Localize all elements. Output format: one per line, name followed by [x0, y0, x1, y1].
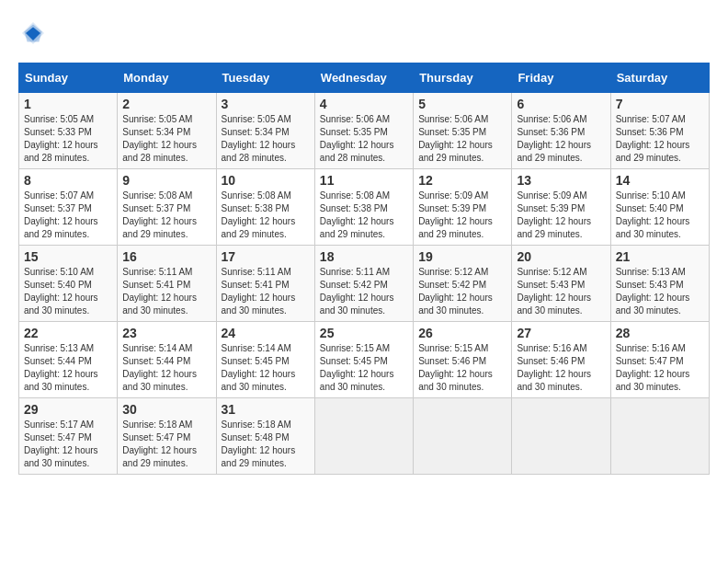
day-number: 9 — [122, 173, 210, 188]
calendar-cell: 27Sunrise: 5:16 AM Sunset: 5:46 PM Dayli… — [512, 322, 610, 398]
day-number: 11 — [320, 173, 408, 188]
calendar-cell: 30Sunrise: 5:18 AM Sunset: 5:47 PM Dayli… — [118, 398, 216, 475]
day-info: Sunrise: 5:09 AM Sunset: 5:39 PM Dayligh… — [517, 190, 605, 241]
day-number: 15 — [24, 249, 112, 264]
calendar-cell: 23Sunrise: 5:14 AM Sunset: 5:44 PM Dayli… — [118, 322, 216, 398]
day-info: Sunrise: 5:12 AM Sunset: 5:42 PM Dayligh… — [418, 266, 506, 317]
day-number: 30 — [122, 402, 210, 417]
calendar-cell — [314, 398, 413, 475]
day-number: 10 — [222, 173, 310, 188]
calendar-cell: 28Sunrise: 5:16 AM Sunset: 5:47 PM Dayli… — [610, 322, 709, 398]
weekday-header: Friday — [512, 63, 610, 93]
day-info: Sunrise: 5:14 AM Sunset: 5:45 PM Dayligh… — [222, 342, 310, 394]
calendar-cell: 24Sunrise: 5:14 AM Sunset: 5:45 PM Dayli… — [216, 322, 314, 398]
day-number: 17 — [222, 249, 310, 264]
day-info: Sunrise: 5:16 AM Sunset: 5:47 PM Dayligh… — [616, 342, 704, 394]
weekday-header: Thursday — [414, 63, 512, 93]
day-number: 25 — [320, 326, 408, 340]
day-number: 2 — [122, 97, 210, 111]
calendar-cell: 22Sunrise: 5:13 AM Sunset: 5:44 PM Dayli… — [19, 322, 118, 398]
weekday-header: Sunday — [19, 63, 118, 93]
day-info: Sunrise: 5:14 AM Sunset: 5:44 PM Dayligh… — [122, 342, 210, 394]
calendar-cell: 15Sunrise: 5:10 AM Sunset: 5:40 PM Dayli… — [19, 246, 118, 322]
day-number: 13 — [517, 173, 605, 188]
weekday-header: Wednesday — [314, 63, 413, 93]
header-row: SundayMondayTuesdayWednesdayThursdayFrid… — [19, 63, 710, 93]
day-number: 12 — [418, 173, 506, 188]
calendar-week-row: 1Sunrise: 5:05 AM Sunset: 5:33 PM Daylig… — [19, 93, 710, 169]
day-info: Sunrise: 5:11 AM Sunset: 5:41 PM Dayligh… — [122, 266, 210, 317]
page-header — [18, 18, 710, 48]
day-info: Sunrise: 5:05 AM Sunset: 5:34 PM Dayligh… — [222, 113, 310, 165]
day-info: Sunrise: 5:08 AM Sunset: 5:38 PM Dayligh… — [320, 190, 408, 241]
calendar-cell: 13Sunrise: 5:09 AM Sunset: 5:39 PM Dayli… — [512, 169, 610, 246]
calendar-cell — [512, 398, 610, 475]
calendar-cell: 2Sunrise: 5:05 AM Sunset: 5:34 PM Daylig… — [118, 93, 216, 169]
weekday-header: Saturday — [610, 63, 709, 93]
day-number: 19 — [418, 249, 506, 264]
day-number: 26 — [418, 326, 506, 340]
day-number: 29 — [24, 402, 112, 417]
day-info: Sunrise: 5:16 AM Sunset: 5:46 PM Dayligh… — [517, 342, 605, 394]
day-number: 23 — [122, 326, 210, 340]
calendar-header: SundayMondayTuesdayWednesdayThursdayFrid… — [19, 63, 710, 93]
calendar-cell: 16Sunrise: 5:11 AM Sunset: 5:41 PM Dayli… — [118, 246, 216, 322]
day-info: Sunrise: 5:06 AM Sunset: 5:35 PM Dayligh… — [320, 113, 408, 165]
calendar-table: SundayMondayTuesdayWednesdayThursdayFrid… — [18, 63, 710, 475]
calendar-cell: 26Sunrise: 5:15 AM Sunset: 5:46 PM Dayli… — [414, 322, 512, 398]
day-info: Sunrise: 5:05 AM Sunset: 5:34 PM Dayligh… — [122, 113, 210, 165]
calendar-cell: 4Sunrise: 5:06 AM Sunset: 5:35 PM Daylig… — [314, 93, 413, 169]
calendar-cell: 31Sunrise: 5:18 AM Sunset: 5:48 PM Dayli… — [216, 398, 314, 475]
day-info: Sunrise: 5:15 AM Sunset: 5:46 PM Dayligh… — [418, 342, 506, 394]
calendar-cell — [610, 398, 709, 475]
calendar-week-row: 22Sunrise: 5:13 AM Sunset: 5:44 PM Dayli… — [19, 322, 710, 398]
day-number: 1 — [24, 97, 112, 111]
calendar-cell: 11Sunrise: 5:08 AM Sunset: 5:38 PM Dayli… — [314, 169, 413, 246]
calendar-week-row: 8Sunrise: 5:07 AM Sunset: 5:37 PM Daylig… — [19, 169, 710, 246]
calendar-cell: 10Sunrise: 5:08 AM Sunset: 5:38 PM Dayli… — [216, 169, 314, 246]
weekday-header: Tuesday — [216, 63, 314, 93]
day-info: Sunrise: 5:18 AM Sunset: 5:47 PM Dayligh… — [122, 419, 210, 470]
day-number: 21 — [616, 249, 704, 264]
calendar-cell: 14Sunrise: 5:10 AM Sunset: 5:40 PM Dayli… — [610, 169, 709, 246]
calendar-cell: 6Sunrise: 5:06 AM Sunset: 5:36 PM Daylig… — [512, 93, 610, 169]
day-info: Sunrise: 5:13 AM Sunset: 5:43 PM Dayligh… — [616, 266, 704, 317]
day-info: Sunrise: 5:18 AM Sunset: 5:48 PM Dayligh… — [222, 419, 310, 470]
day-info: Sunrise: 5:11 AM Sunset: 5:42 PM Dayligh… — [320, 266, 408, 317]
day-info: Sunrise: 5:15 AM Sunset: 5:45 PM Dayligh… — [320, 342, 408, 394]
calendar-cell: 5Sunrise: 5:06 AM Sunset: 5:35 PM Daylig… — [414, 93, 512, 169]
calendar-cell: 3Sunrise: 5:05 AM Sunset: 5:34 PM Daylig… — [216, 93, 314, 169]
day-number: 28 — [616, 326, 704, 340]
calendar-cell: 20Sunrise: 5:12 AM Sunset: 5:43 PM Dayli… — [512, 246, 610, 322]
logo — [18, 18, 53, 48]
day-number: 6 — [517, 97, 605, 111]
day-info: Sunrise: 5:11 AM Sunset: 5:41 PM Dayligh… — [222, 266, 310, 317]
calendar-cell: 19Sunrise: 5:12 AM Sunset: 5:42 PM Dayli… — [414, 246, 512, 322]
calendar-cell: 7Sunrise: 5:07 AM Sunset: 5:36 PM Daylig… — [610, 93, 709, 169]
day-number: 18 — [320, 249, 408, 264]
day-info: Sunrise: 5:12 AM Sunset: 5:43 PM Dayligh… — [517, 266, 605, 317]
logo-icon — [18, 18, 48, 48]
day-info: Sunrise: 5:13 AM Sunset: 5:44 PM Dayligh… — [24, 342, 112, 394]
day-info: Sunrise: 5:08 AM Sunset: 5:38 PM Dayligh… — [222, 190, 310, 241]
day-number: 7 — [616, 97, 704, 111]
day-number: 20 — [517, 249, 605, 264]
day-info: Sunrise: 5:06 AM Sunset: 5:36 PM Dayligh… — [517, 113, 605, 165]
day-info: Sunrise: 5:06 AM Sunset: 5:35 PM Dayligh… — [418, 113, 506, 165]
day-number: 4 — [320, 97, 408, 111]
calendar-cell: 25Sunrise: 5:15 AM Sunset: 5:45 PM Dayli… — [314, 322, 413, 398]
day-info: Sunrise: 5:10 AM Sunset: 5:40 PM Dayligh… — [24, 266, 112, 317]
day-number: 22 — [24, 326, 112, 340]
weekday-header: Monday — [118, 63, 216, 93]
calendar-week-row: 29Sunrise: 5:17 AM Sunset: 5:47 PM Dayli… — [19, 398, 710, 475]
day-info: Sunrise: 5:17 AM Sunset: 5:47 PM Dayligh… — [24, 419, 112, 470]
calendar-cell: 18Sunrise: 5:11 AM Sunset: 5:42 PM Dayli… — [314, 246, 413, 322]
calendar-cell — [414, 398, 512, 475]
day-info: Sunrise: 5:09 AM Sunset: 5:39 PM Dayligh… — [418, 190, 506, 241]
day-info: Sunrise: 5:05 AM Sunset: 5:33 PM Dayligh… — [24, 113, 112, 165]
calendar-cell: 21Sunrise: 5:13 AM Sunset: 5:43 PM Dayli… — [610, 246, 709, 322]
calendar-cell: 9Sunrise: 5:08 AM Sunset: 5:37 PM Daylig… — [118, 169, 216, 246]
day-number: 8 — [24, 173, 112, 188]
calendar-cell: 29Sunrise: 5:17 AM Sunset: 5:47 PM Dayli… — [19, 398, 118, 475]
day-number: 14 — [616, 173, 704, 188]
